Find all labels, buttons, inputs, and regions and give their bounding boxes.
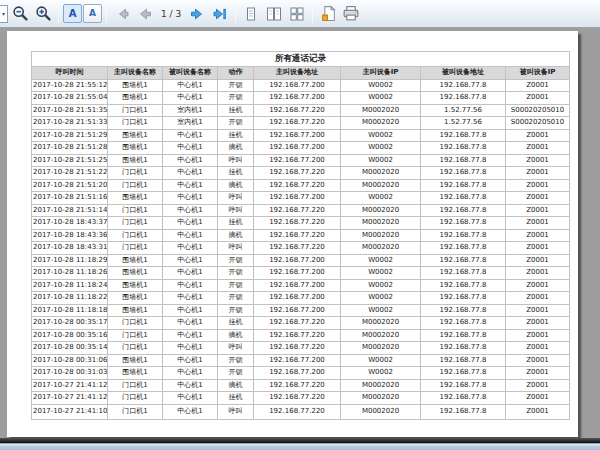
table-cell: 192.168.77.8 xyxy=(421,392,506,405)
table-cell: 1.52.77.56 xyxy=(421,104,506,117)
table-row: 2017-10-28 00:35:14门口机1中心机1呼叫192.168.77.… xyxy=(32,342,570,355)
table-cell: 呼叫 xyxy=(218,204,254,217)
text-size-button[interactable]: A xyxy=(63,4,82,23)
column-header: 被叫设备名称 xyxy=(163,67,218,80)
table-cell: 2017-10-28 21:51:35 xyxy=(32,104,108,117)
table-cell: 中心机1 xyxy=(163,329,218,342)
table-cell: W0002 xyxy=(341,367,421,380)
table-cell: 中心机1 xyxy=(163,267,218,280)
table-cell: 摘机 xyxy=(218,229,254,242)
table-row: 2017-10-28 21:51:22门口机1中心机1挂机192.168.77.… xyxy=(32,167,570,180)
table-cell: 2017-10-28 00:35:14 xyxy=(32,342,108,355)
table-row: 2017-10-28 21:55:04围墙机1中心机1开锁192.168.77.… xyxy=(32,92,570,105)
text-size-small-button[interactable]: A xyxy=(83,4,102,23)
table-cell: 192.168.77.8 xyxy=(421,379,506,392)
table-cell: 192.168.77.200 xyxy=(254,154,341,167)
table-cell: Z0001 xyxy=(506,79,570,92)
table-cell: W0002 xyxy=(341,254,421,267)
table-cell: 192.168.77.8 xyxy=(421,142,506,155)
table-cell: 2017-10-27 21:41:12 xyxy=(32,379,108,392)
export-button[interactable] xyxy=(317,3,339,25)
table-cell: 围墙机1 xyxy=(108,129,163,142)
next-page-button[interactable] xyxy=(186,3,208,25)
table-cell: 192.168.77.220 xyxy=(254,167,341,180)
table-cell: 2017-10-28 21:51:29 xyxy=(32,129,108,142)
table-cell: 192.168.77.8 xyxy=(421,129,506,142)
table-cell: 2017-10-28 21:51:33 xyxy=(32,117,108,130)
table-cell: 门口机1 xyxy=(108,229,163,242)
last-page-button[interactable] xyxy=(209,3,231,25)
table-row: 2017-10-28 18:43:37门口机1中心机1挂机192.168.77.… xyxy=(32,217,570,230)
prev-page-icon xyxy=(137,6,153,22)
toolbar-separator xyxy=(106,5,107,23)
table-cell: 192.168.77.8 xyxy=(421,329,506,342)
table-cell: 室内机1 xyxy=(163,117,218,130)
table-row: 2017-10-28 21:51:33门口机1室内机1开锁192.168.77.… xyxy=(32,117,570,130)
table-cell: 2017-10-28 11:18:22 xyxy=(32,292,108,305)
prev-page-button[interactable] xyxy=(134,3,156,25)
zoom-out-button[interactable] xyxy=(9,3,31,25)
table-cell: 2017-10-28 00:31:03 xyxy=(32,367,108,380)
zoom-in-button[interactable] xyxy=(32,3,54,25)
table-cell: 围墙机1 xyxy=(108,279,163,292)
table-cell: W0002 xyxy=(341,192,421,205)
table-cell: 挂机 xyxy=(218,167,254,180)
table-cell: 192.168.77.8 xyxy=(421,92,506,105)
table-cell: 开锁 xyxy=(218,304,254,317)
column-header: 主叫设备IP xyxy=(341,67,421,80)
table-cell: 开锁 xyxy=(218,79,254,92)
table-cell: 2017-10-28 18:43:36 xyxy=(32,229,108,242)
table-cell: 挂机 xyxy=(218,317,254,330)
table-cell: W0002 xyxy=(341,279,421,292)
table-cell: 192.168.77.8 xyxy=(421,292,506,305)
table-cell: 围墙机1 xyxy=(108,267,163,280)
table-cell: M0002020 xyxy=(341,392,421,405)
chevron-down-icon: ▾ xyxy=(2,11,5,17)
table-cell: 192.168.77.8 xyxy=(421,367,506,380)
first-page-icon xyxy=(114,6,130,22)
table-row: 2017-10-28 11:18:29围墙机1中心机1开锁192.168.77.… xyxy=(32,254,570,267)
table-cell: 192.168.77.220 xyxy=(254,104,341,117)
table-cell: 192.168.77.8 xyxy=(421,167,506,180)
column-header: 主叫设备地址 xyxy=(254,67,341,80)
table-cell: 中心机1 xyxy=(163,242,218,255)
table-cell: 门口机1 xyxy=(108,379,163,392)
report-title: 所有通话记录 xyxy=(32,52,570,67)
table-cell: M0002020 xyxy=(341,404,421,419)
table-cell: M0002020 xyxy=(341,117,421,130)
table-cell: 192.168.77.8 xyxy=(421,342,506,355)
print-button[interactable] xyxy=(340,3,362,25)
two-page-view-button[interactable] xyxy=(263,3,285,25)
table-cell: 中心机1 xyxy=(163,392,218,405)
table-cell: M0002020 xyxy=(341,379,421,392)
page-indicator[interactable]: 1 / 3 xyxy=(161,9,181,19)
first-page-button[interactable] xyxy=(111,3,133,25)
zoom-level-select[interactable]: ▾ xyxy=(0,5,8,23)
table-cell: 中心机1 xyxy=(163,154,218,167)
table-cell: 开锁 xyxy=(218,254,254,267)
table-cell: 2017-10-27 21:41:10 xyxy=(32,404,108,419)
table-cell: 192.168.77.200 xyxy=(254,254,341,267)
print-preview-window: ▾ A A 1 / 3 xyxy=(0,0,600,450)
table-cell: 192.168.77.200 xyxy=(254,292,341,305)
table-cell: 192.168.77.220 xyxy=(254,317,341,330)
table-cell: 门口机1 xyxy=(108,117,163,130)
table-cell: 192.168.77.200 xyxy=(254,129,341,142)
table-cell: 门口机1 xyxy=(108,404,163,419)
table-cell: 挂机 xyxy=(218,392,254,405)
table-cell: 门口机1 xyxy=(108,242,163,255)
table-cell: 围墙机1 xyxy=(108,292,163,305)
four-page-view-button[interactable] xyxy=(286,3,308,25)
table-cell: 2017-10-28 21:51:16 xyxy=(32,192,108,205)
table-cell: 围墙机1 xyxy=(108,92,163,105)
table-cell: 围墙机1 xyxy=(108,304,163,317)
status-bar xyxy=(0,443,600,450)
toolbar-separator xyxy=(58,5,59,23)
table-cell: 192.168.77.220 xyxy=(254,392,341,405)
table-row: 2017-10-28 00:35:17门口机1中心机1挂机192.168.77.… xyxy=(32,317,570,330)
table-cell: Z0001 xyxy=(506,392,570,405)
one-page-view-button[interactable] xyxy=(240,3,262,25)
table-cell: 2017-10-28 11:18:26 xyxy=(32,267,108,280)
table-cell: M0002020 xyxy=(341,217,421,230)
table-cell: Z0001 xyxy=(506,317,570,330)
